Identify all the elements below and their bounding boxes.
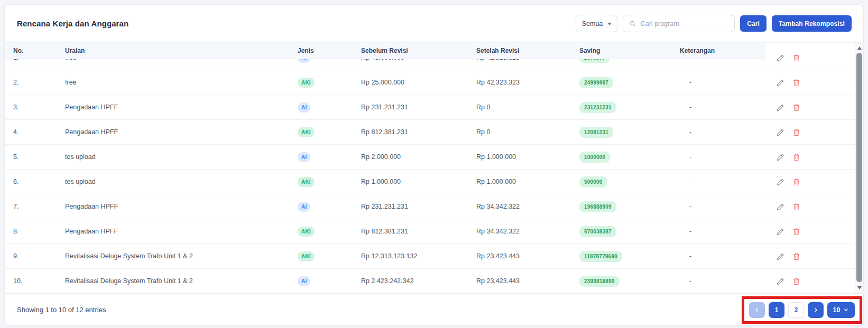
vertical-scrollbar[interactable] bbox=[855, 43, 863, 293]
delete-button[interactable] bbox=[792, 153, 800, 161]
tambah-rekomposisi-button[interactable]: Tambah Rekomposisi bbox=[772, 15, 852, 32]
delete-button[interactable] bbox=[792, 178, 800, 186]
setelah-revisi-cell: Rp 0 bbox=[476, 104, 579, 111]
saving-badge: 500000 bbox=[579, 176, 607, 188]
page-2-button[interactable]: 2 bbox=[788, 302, 804, 318]
edit-button[interactable] bbox=[777, 277, 784, 285]
edit-button[interactable] bbox=[777, 228, 784, 236]
pencil-icon bbox=[777, 104, 784, 111]
column-header-no: No. bbox=[5, 43, 65, 59]
pencil-icon bbox=[777, 153, 784, 161]
setelah-revisi-cell: Rp 23.423.443 bbox=[476, 252, 579, 260]
table-header-row: No. Uraian Jenis Sebelum Revisi Setelah … bbox=[5, 43, 855, 59]
page-1-button[interactable]: 1 bbox=[769, 302, 784, 318]
edit-button[interactable] bbox=[777, 252, 784, 260]
jenis-badge: AI bbox=[298, 152, 310, 162]
pencil-icon bbox=[777, 252, 784, 260]
sebelum-revisi-cell: Rp 812.381.231 bbox=[361, 128, 476, 136]
budget-table: No. Uraian Jenis Sebelum Revisi Setelah … bbox=[5, 42, 863, 293]
keterangan-cell: - bbox=[680, 178, 766, 185]
delete-button[interactable] bbox=[792, 79, 800, 87]
saving-badge: 2399818899 bbox=[579, 276, 620, 287]
chevron-right-icon bbox=[812, 307, 819, 313]
table-row: 5. tes upload AI Rp 2.000.000 Rp 1.000.0… bbox=[5, 145, 855, 170]
uraian-cell: Pengadaan HPFF bbox=[65, 203, 298, 210]
next-page-button[interactable] bbox=[808, 302, 824, 318]
keterangan-cell: - bbox=[680, 128, 766, 136]
edit-button[interactable] bbox=[777, 79, 784, 87]
delete-button[interactable] bbox=[792, 128, 800, 136]
uraian-cell: Revitalisasi Deluge System Trafo Unit 1 … bbox=[65, 277, 298, 285]
saving-badge: 231231231 bbox=[579, 102, 616, 113]
entries-summary: Showing 1 to 10 of 12 entries bbox=[17, 306, 106, 314]
table-row: 2. free AKI Rp 25.000.000 Rp 42.323.323 … bbox=[5, 70, 855, 95]
row-number: 7. bbox=[5, 203, 65, 210]
keterangan-cell: - bbox=[680, 228, 766, 235]
prev-page-button[interactable] bbox=[749, 302, 765, 318]
jenis-badge: AKI bbox=[298, 127, 315, 137]
row-number: 6. bbox=[5, 178, 65, 185]
scroll-up-arrow-icon[interactable] bbox=[855, 44, 863, 52]
keterangan-cell: - bbox=[680, 104, 766, 111]
setelah-revisi-cell: Rp 34.342.322 bbox=[476, 228, 579, 235]
trash-icon bbox=[792, 104, 800, 111]
saving-badge: 570038387 bbox=[579, 226, 616, 237]
chevron-down-icon bbox=[843, 307, 849, 313]
edit-button[interactable] bbox=[777, 203, 784, 211]
delete-button[interactable] bbox=[792, 104, 800, 111]
trash-icon bbox=[792, 203, 800, 211]
uraian-cell: tes upload bbox=[65, 178, 298, 185]
cari-button[interactable]: Cari bbox=[740, 15, 767, 32]
setelah-revisi-cell: Rp 1.000.000 bbox=[476, 153, 579, 161]
search-icon bbox=[630, 20, 636, 27]
page-size-select[interactable]: 10 bbox=[827, 302, 855, 318]
page-size-value: 10 bbox=[833, 306, 841, 314]
row-number: 4. bbox=[5, 128, 65, 136]
sebelum-revisi-cell: Rp 812.381.231 bbox=[361, 228, 476, 235]
keterangan-cell: - bbox=[680, 277, 766, 285]
delete-button[interactable] bbox=[792, 277, 800, 285]
edit-button[interactable] bbox=[777, 128, 784, 136]
uraian-cell: Pengadaan HPFF bbox=[65, 104, 298, 111]
delete-button[interactable] bbox=[792, 252, 800, 260]
setelah-revisi-cell: Rp 23.423.443 bbox=[476, 277, 579, 285]
chevron-down-icon bbox=[607, 23, 612, 25]
pencil-icon bbox=[777, 203, 784, 211]
search-box[interactable] bbox=[623, 15, 735, 32]
scroll-down-arrow-icon[interactable] bbox=[855, 284, 863, 292]
column-header-actions bbox=[766, 43, 855, 59]
trash-icon bbox=[792, 277, 800, 285]
table-row: 9. Revitalisasi Deluge System Trafo Unit… bbox=[5, 244, 855, 269]
delete-button[interactable] bbox=[792, 203, 800, 211]
scrollbar-thumb[interactable] bbox=[856, 53, 862, 282]
search-input[interactable] bbox=[641, 20, 728, 27]
edit-button[interactable] bbox=[777, 178, 784, 186]
edit-button[interactable] bbox=[777, 104, 784, 111]
pencil-icon bbox=[777, 228, 784, 236]
table-row: 3. Pengadaan HPFF AI Rp 231.231.231 Rp 0… bbox=[5, 95, 855, 120]
uraian-cell: tes upload bbox=[65, 153, 298, 161]
trash-icon bbox=[792, 153, 800, 161]
saving-badge: 1000000 bbox=[579, 152, 610, 163]
keterangan-cell: - bbox=[680, 252, 766, 260]
jenis-badge: AI bbox=[298, 102, 310, 113]
jenis-badge: AI bbox=[298, 276, 310, 286]
page-title: Rencana Kerja dan Anggaran bbox=[17, 19, 128, 28]
delete-button[interactable] bbox=[792, 228, 800, 236]
sebelum-revisi-cell: Rp 231.231.231 bbox=[361, 104, 476, 111]
edit-button[interactable] bbox=[777, 153, 784, 161]
uraian-cell: Pengadaan HPFF bbox=[65, 128, 298, 136]
trash-icon bbox=[792, 178, 800, 186]
table-row: 10. Revitalisasi Deluge System Trafo Uni… bbox=[5, 269, 855, 293]
keterangan-cell: - bbox=[680, 203, 766, 210]
column-header-setelah-revisi: Setelah Revisi bbox=[476, 43, 579, 59]
column-header-sebelum-revisi: Sebelum Revisi bbox=[361, 43, 476, 59]
keterangan-cell: - bbox=[680, 79, 766, 86]
setelah-revisi-cell: Rp 0 bbox=[476, 128, 579, 136]
saving-badge: 11878779698 bbox=[579, 251, 622, 262]
pencil-icon bbox=[777, 277, 784, 285]
row-number: 2. bbox=[5, 79, 65, 86]
filter-select[interactable]: Semua bbox=[576, 15, 618, 32]
sebelum-revisi-cell: Rp 2.423.242.342 bbox=[361, 277, 476, 285]
uraian-cell: Revitalisasi Deluge System Trafo Unit 1 … bbox=[65, 252, 298, 260]
